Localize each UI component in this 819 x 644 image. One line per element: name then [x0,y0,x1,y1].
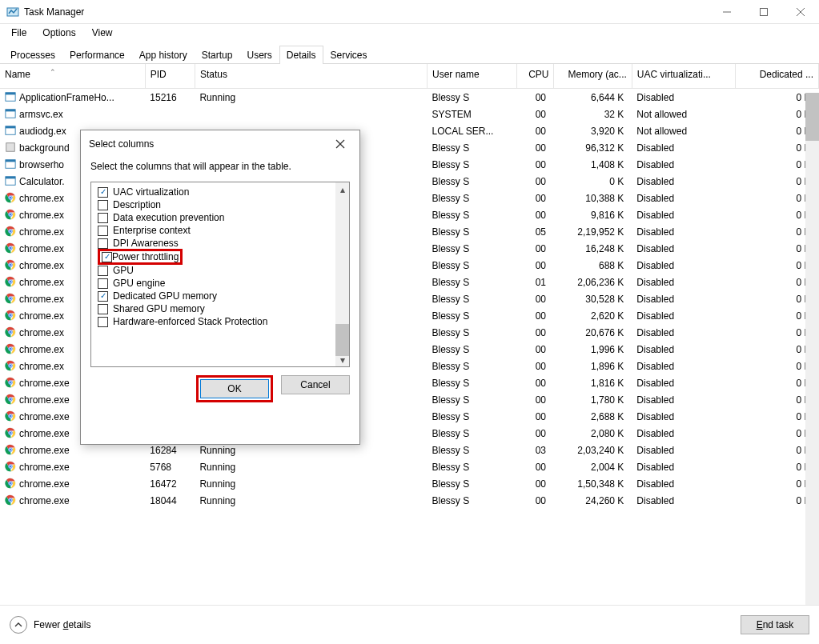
svg-point-75 [9,431,11,434]
table-row[interactable]: chrome.exe18044RunningBlessy S0024,260 K… [0,492,819,509]
col-uac[interactable]: UAC virtualizati... [632,64,735,89]
cell-name: chrome.exe [0,475,145,492]
checkbox[interactable] [98,317,108,327]
column-option[interactable]: GPU [94,264,347,277]
sort-asc-icon: ⌃ [50,68,56,76]
dialog-ok-button[interactable]: OK [200,379,269,398]
tab-services[interactable]: Services [323,46,375,64]
svg-point-87 [9,482,11,484]
cell-user: Blessy S [428,274,517,290]
cell-cpu: 00 [516,458,554,475]
column-option[interactable]: Shared GPU memory [94,302,347,315]
svg-point-27 [9,230,11,232]
column-option[interactable]: Description [94,198,347,211]
menu-view[interactable]: View [86,26,119,40]
cell-pid [145,106,195,122]
tab-performance[interactable]: Performance [62,46,132,64]
cell-cpu: 00 [516,358,554,374]
checkbox[interactable] [98,200,108,210]
col-name[interactable]: Name⌃ [0,64,145,89]
scrollbar-thumb[interactable] [335,324,349,356]
table-row[interactable]: chrome.exe5768RunningBlessy S002,004 KDi… [0,458,819,475]
end-task-button[interactable]: End task [741,615,809,634]
scrollbar-thumb[interactable] [805,93,819,141]
cell-status: Running [195,89,427,106]
process-icon [5,326,16,338]
dialog-body: Select the columns that will appear in t… [81,158,359,178]
checkbox[interactable] [98,304,108,314]
cell-name: chrome.exe [0,492,145,509]
column-option[interactable]: Power throttling [94,250,347,264]
column-option[interactable]: Hardware-enforced Stack Protection [94,315,347,328]
process-icon [5,91,16,102]
column-option-label: Hardware-enforced Stack Protection [113,316,267,327]
dialog-cancel-button[interactable]: Cancel [281,375,350,394]
column-option-label: GPU [113,265,134,276]
columns-listbox[interactable]: UAC virtualizationDescriptionData execut… [90,182,350,367]
col-pid[interactable]: PID [145,64,195,89]
cell-cpu: 00 [516,89,554,106]
menu-file[interactable]: File [5,26,33,40]
col-dedic[interactable]: Dedicated ... [736,64,819,89]
checkbox[interactable] [98,187,108,198]
cell-name: armsvc.ex [0,106,145,122]
col-status[interactable]: Status [195,64,427,89]
cell-user: Blessy S [428,156,517,173]
cell-uac: Disabled [632,425,735,442]
column-option[interactable]: Enterprise context [94,224,347,237]
cell-user: Blessy S [428,492,517,509]
svg-point-19 [9,196,11,198]
checkbox[interactable] [98,226,108,236]
cell-mem: 2,688 K [554,408,632,425]
column-option[interactable]: UAC virtualization [94,186,347,198]
checkbox[interactable] [102,252,112,262]
tab-startup[interactable]: Startup [195,46,240,64]
cell-mem: 1,896 K [554,358,632,374]
checkbox[interactable] [98,213,108,223]
process-icon [5,494,16,506]
maximize-button[interactable] [745,0,782,24]
column-option[interactable]: GPU engine [94,277,347,290]
cell-status: Running [195,475,427,492]
checkbox[interactable] [98,238,108,249]
process-icon [5,142,16,153]
minimize-button[interactable] [709,0,745,24]
cell-user: Blessy S [428,139,517,156]
column-option[interactable]: DPI Awareness [94,237,347,250]
checkbox[interactable] [98,266,108,276]
cell-cpu: 00 [516,408,554,425]
listbox-scrollbar[interactable]: ▴ ▾ [335,182,349,366]
cell-uac: Disabled [632,492,735,509]
cell-uac: Disabled [632,374,735,391]
scroll-up-icon[interactable]: ▴ [335,182,349,196]
cell-pid: 16472 [145,475,195,492]
cell-mem: 30,528 K [554,290,632,307]
tab-details[interactable]: Details [279,46,323,64]
tab-apphistory[interactable]: App history [132,46,195,64]
cell-uac: Disabled [632,139,735,156]
checkbox[interactable] [98,291,108,302]
col-cpu[interactable]: CPU [516,64,554,89]
checkbox[interactable] [98,278,108,289]
table-row[interactable]: ApplicationFrameHo...15216RunningBlessy … [0,89,819,106]
svg-rect-10 [6,126,15,129]
table-row[interactable]: armsvc.exSYSTEM0032 KNot allowed0 K [0,106,819,122]
table-scrollbar[interactable] [805,93,819,605]
cell-mem: 1,408 K [554,156,632,173]
tab-processes[interactable]: Processes [3,46,62,64]
tab-users[interactable]: Users [239,46,279,64]
cell-user: Blessy S [428,458,517,475]
cell-user: Blessy S [428,307,517,324]
cell-cpu: 00 [516,139,554,156]
cell-uac: Disabled [632,442,735,458]
col-user[interactable]: User name [428,64,517,89]
dialog-close-button[interactable] [329,133,351,155]
fewer-details-button[interactable]: Fewer details [10,616,90,634]
cell-user: Blessy S [428,425,517,442]
close-button[interactable] [782,0,819,24]
col-mem[interactable]: Memory (ac... [554,64,632,89]
menu-options[interactable]: Options [36,26,82,40]
table-row[interactable]: chrome.exe16472RunningBlessy S001,50,348… [0,475,819,492]
column-option[interactable]: Data execution prevention [94,211,347,224]
column-option[interactable]: Dedicated GPU memory [94,290,347,302]
